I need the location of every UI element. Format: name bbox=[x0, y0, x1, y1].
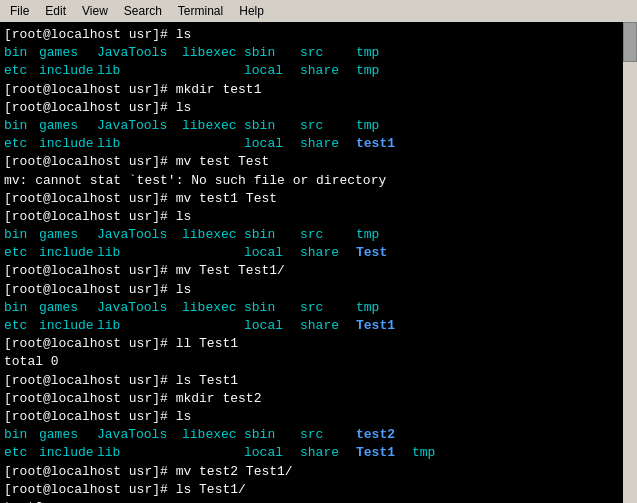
ls-entry: JavaTools bbox=[97, 226, 182, 244]
ls-entry: etc bbox=[4, 444, 39, 462]
terminal-line: [root@localhost usr]# ls Test1/ bbox=[4, 481, 633, 499]
ls-entry: sbin bbox=[244, 299, 300, 317]
ls-entry bbox=[182, 62, 244, 80]
ls-entry: lib bbox=[97, 444, 182, 462]
terminal-ls-row: etcincludeliblocalshareTest bbox=[4, 244, 633, 262]
ls-entry: Test1 bbox=[356, 444, 412, 462]
terminal-line: total 0 bbox=[4, 353, 633, 371]
ls-entry: games bbox=[39, 44, 97, 62]
terminal-ls-row: bingamesJavaToolslibexecsbinsrctmp bbox=[4, 117, 633, 135]
ls-entry: lib bbox=[97, 317, 182, 335]
menu-file[interactable]: File bbox=[2, 2, 37, 20]
ls-entry: bin bbox=[4, 117, 39, 135]
ls-entry: JavaTools bbox=[97, 117, 182, 135]
ls-entry: bin bbox=[4, 426, 39, 444]
terminal-ls-row: etcincludeliblocalshareTest1 bbox=[4, 317, 633, 335]
ls-entry: src bbox=[300, 226, 356, 244]
scrollbar-thumb[interactable] bbox=[623, 22, 637, 62]
terminal-line: [root@localhost usr]# mkdir test2 bbox=[4, 390, 633, 408]
ls-entry: share bbox=[300, 135, 356, 153]
ls-entry: src bbox=[300, 299, 356, 317]
terminal-ls-row: etcincludeliblocalsharetmp bbox=[4, 62, 633, 80]
ls-entry: share bbox=[300, 244, 356, 262]
ls-entry: games bbox=[39, 299, 97, 317]
ls-entry: sbin bbox=[244, 226, 300, 244]
terminal-line: [root@localhost usr]# ls bbox=[4, 99, 633, 117]
menubar: File Edit View Search Terminal Help bbox=[0, 0, 637, 22]
menu-terminal[interactable]: Terminal bbox=[170, 2, 231, 20]
ls-entry bbox=[182, 444, 244, 462]
terminal-line: [root@localhost usr]# ls bbox=[4, 208, 633, 226]
terminal-line: [root@localhost usr]# ll Test1 bbox=[4, 335, 633, 353]
terminal-ls-row: bingamesJavaToolslibexecsbinsrctest2 bbox=[4, 426, 633, 444]
ls-entry: include bbox=[39, 62, 97, 80]
terminal[interactable]: [root@localhost usr]# lsbingamesJavaTool… bbox=[0, 22, 637, 503]
ls-entry: libexec bbox=[182, 117, 244, 135]
ls-entry: include bbox=[39, 444, 97, 462]
ls-entry: tmp bbox=[356, 299, 412, 317]
terminal-line: [root@localhost usr]# ls Test1 bbox=[4, 372, 633, 390]
ls-entry: local bbox=[244, 135, 300, 153]
ls-entry: tmp bbox=[356, 44, 412, 62]
terminal-ls-row: bingamesJavaToolslibexecsbinsrctmp bbox=[4, 299, 633, 317]
terminal-ls-row: bingamesJavaToolslibexecsbinsrctmp bbox=[4, 226, 633, 244]
ls-entry: share bbox=[300, 317, 356, 335]
ls-entry: etc bbox=[4, 62, 39, 80]
ls-entry: local bbox=[244, 244, 300, 262]
ls-entry: etc bbox=[4, 244, 39, 262]
ls-entry bbox=[182, 244, 244, 262]
ls-entry: libexec bbox=[182, 299, 244, 317]
terminal-line: [root@localhost usr]# mv test1 Test bbox=[4, 190, 633, 208]
ls-entry: sbin bbox=[244, 44, 300, 62]
ls-entry: include bbox=[39, 244, 97, 262]
menu-help[interactable]: Help bbox=[231, 2, 272, 20]
terminal-line: [root@localhost usr]# ls bbox=[4, 26, 633, 44]
ls-entry: local bbox=[244, 444, 300, 462]
ls-entry: tmp bbox=[412, 444, 452, 462]
ls-entry: local bbox=[244, 317, 300, 335]
ls-entry: games bbox=[39, 226, 97, 244]
ls-entry: include bbox=[39, 317, 97, 335]
ls-entry bbox=[182, 317, 244, 335]
ls-entry: share bbox=[300, 444, 356, 462]
ls-entry: etc bbox=[4, 317, 39, 335]
ls-entry: bin bbox=[4, 226, 39, 244]
ls-entry bbox=[182, 135, 244, 153]
ls-entry: lib bbox=[97, 135, 182, 153]
ls-entry: Test1 bbox=[356, 317, 412, 335]
ls-entry: src bbox=[300, 117, 356, 135]
ls-entry: libexec bbox=[182, 426, 244, 444]
terminal-line: [root@localhost usr]# ls bbox=[4, 281, 633, 299]
ls-entry: Test bbox=[356, 244, 412, 262]
terminal-line: mv: cannot stat `test': No such file or … bbox=[4, 172, 633, 190]
ls-entry: bin bbox=[4, 44, 39, 62]
ls-entry: sbin bbox=[244, 426, 300, 444]
ls-entry: src bbox=[300, 426, 356, 444]
ls-entry: src bbox=[300, 44, 356, 62]
ls-entry: bin bbox=[4, 299, 39, 317]
terminal-line: [root@localhost usr]# ls bbox=[4, 408, 633, 426]
ls-entry: JavaTools bbox=[97, 299, 182, 317]
ls-entry: games bbox=[39, 117, 97, 135]
ls-entry: lib bbox=[97, 62, 182, 80]
scrollbar-track[interactable] bbox=[623, 22, 637, 503]
terminal-line: [root@localhost usr]# mv test2 Test1/ bbox=[4, 463, 633, 481]
terminal-ls-row: etcincludeliblocalshareTest1tmp bbox=[4, 444, 633, 462]
ls-entry: lib bbox=[97, 244, 182, 262]
menu-view[interactable]: View bbox=[74, 2, 116, 20]
ls-entry: share bbox=[300, 62, 356, 80]
terminal-line: test2 bbox=[4, 499, 633, 503]
ls-entry: local bbox=[244, 62, 300, 80]
ls-entry: tmp bbox=[356, 226, 412, 244]
ls-entry: tmp bbox=[356, 117, 412, 135]
ls-entry: libexec bbox=[182, 226, 244, 244]
menu-edit[interactable]: Edit bbox=[37, 2, 74, 20]
ls-entry: games bbox=[39, 426, 97, 444]
ls-entry: libexec bbox=[182, 44, 244, 62]
ls-entry: JavaTools bbox=[97, 44, 182, 62]
ls-entry: JavaTools bbox=[97, 426, 182, 444]
menu-search[interactable]: Search bbox=[116, 2, 170, 20]
ls-entry: sbin bbox=[244, 117, 300, 135]
terminal-ls-row: etcincludeliblocalsharetest1 bbox=[4, 135, 633, 153]
ls-entry: test2 bbox=[356, 426, 412, 444]
